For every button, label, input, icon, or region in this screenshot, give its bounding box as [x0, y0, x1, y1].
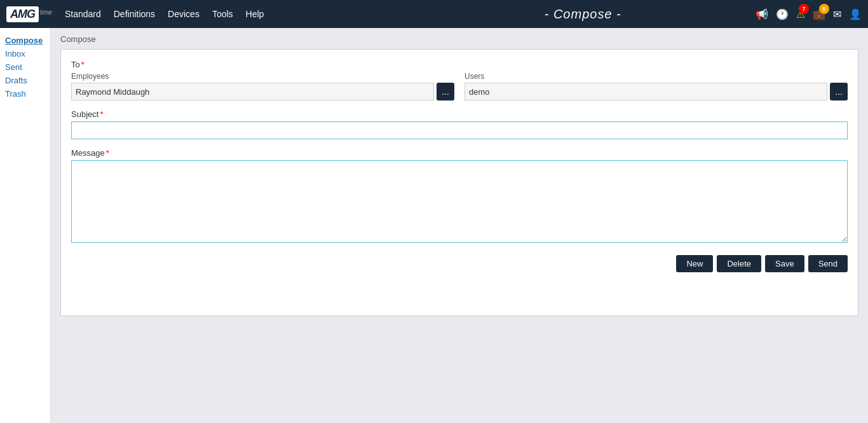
employees-input[interactable]: [71, 83, 434, 101]
person-icon[interactable]: [849, 8, 862, 21]
to-row: Employees ... Users ...: [71, 72, 848, 101]
subject-field-row: Subject*: [71, 109, 848, 139]
save-button[interactable]: Save: [765, 255, 804, 272]
logo: AMG time: [6, 6, 52, 22]
envelope-icon[interactable]: [833, 8, 841, 21]
employees-group: Employees ...: [71, 72, 454, 101]
briefcase-icon[interactable]: 6: [813, 8, 825, 21]
subject-label: Subject*: [71, 109, 848, 119]
sidebar-item-drafts[interactable]: Drafts: [5, 74, 45, 87]
message-textarea[interactable]: [71, 160, 848, 243]
to-label: To*: [71, 60, 848, 69]
main-header: AMG time Standard Definitions Devices To…: [0, 0, 868, 28]
logo-time: time: [40, 9, 52, 16]
sidebar-item-compose[interactable]: Compose: [5, 34, 45, 46]
main-nav: Standard Definitions Devices Tools Help: [65, 9, 410, 19]
nav-standard[interactable]: Standard: [65, 9, 101, 19]
briefcase-badge: 6: [819, 4, 829, 14]
page-title: - Compose -: [410, 7, 756, 22]
message-required: *: [106, 148, 109, 158]
main-content: Compose To* Employees ... User: [51, 28, 868, 423]
to-field-row: To* Employees ... Users ...: [71, 60, 848, 101]
logo-text: AMG: [6, 6, 39, 22]
breadcrumb: Compose: [60, 34, 858, 44]
action-row: New Delete Save Send: [71, 255, 848, 272]
megaphone-icon[interactable]: [756, 8, 768, 21]
clock-icon[interactable]: [776, 8, 789, 21]
to-required: *: [81, 60, 85, 69]
new-button[interactable]: New: [676, 255, 713, 272]
employees-input-group: ...: [71, 83, 454, 101]
sidebar-item-inbox[interactable]: Inbox: [5, 48, 45, 60]
users-input-group: ...: [465, 83, 848, 101]
nav-devices[interactable]: Devices: [168, 9, 200, 19]
employees-label: Employees: [71, 72, 454, 81]
send-button[interactable]: Send: [808, 255, 848, 272]
sidebar: Compose Inbox Sent Drafts Trash: [0, 28, 51, 423]
subject-required: *: [100, 109, 103, 119]
delete-button[interactable]: Delete: [717, 255, 761, 272]
employees-browse-button[interactable]: ...: [437, 83, 454, 101]
subject-input[interactable]: [71, 121, 848, 139]
users-browse-button[interactable]: ...: [830, 83, 848, 101]
warning-icon[interactable]: 7: [796, 8, 805, 21]
nav-tools[interactable]: Tools: [212, 9, 233, 19]
users-group: Users ...: [465, 72, 848, 101]
users-label: Users: [465, 72, 848, 81]
page-layout: Compose Inbox Sent Drafts Trash Compose …: [0, 28, 868, 423]
compose-panel: To* Employees ... Users ...: [60, 49, 858, 316]
warning-badge: 7: [799, 4, 809, 14]
header-icons: 7 6: [756, 8, 862, 21]
message-field-row: Message*: [71, 148, 848, 245]
sidebar-item-trash[interactable]: Trash: [5, 88, 45, 100]
message-label: Message*: [71, 148, 848, 158]
sidebar-item-sent[interactable]: Sent: [5, 61, 45, 73]
nav-help[interactable]: Help: [246, 9, 264, 19]
nav-definitions[interactable]: Definitions: [114, 9, 155, 19]
users-input[interactable]: [465, 83, 827, 101]
